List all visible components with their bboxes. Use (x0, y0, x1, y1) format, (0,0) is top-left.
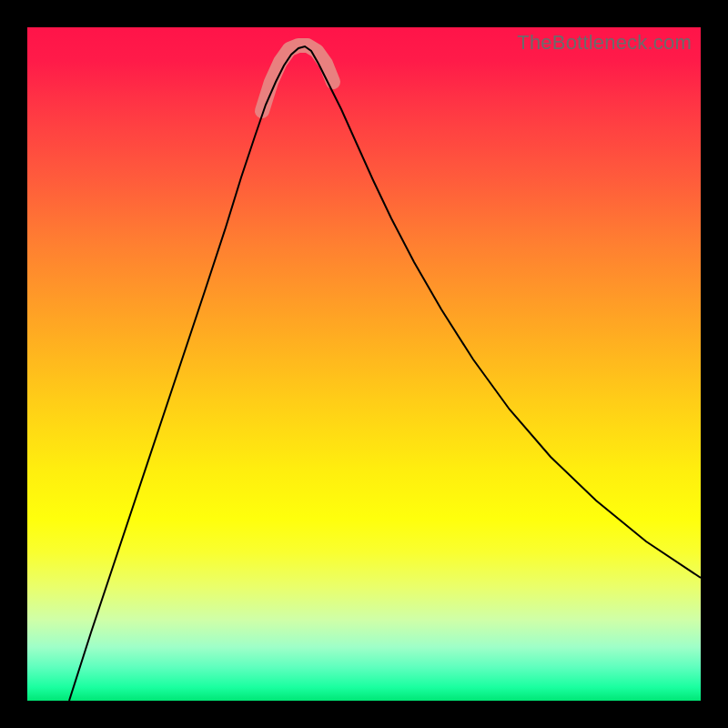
curve-svg (27, 27, 701, 701)
valley-highlight (262, 46, 333, 111)
chart-frame: TheBottleneck.com (0, 0, 728, 728)
bottleneck-curve (69, 46, 701, 701)
plot-area: TheBottleneck.com (27, 27, 701, 701)
